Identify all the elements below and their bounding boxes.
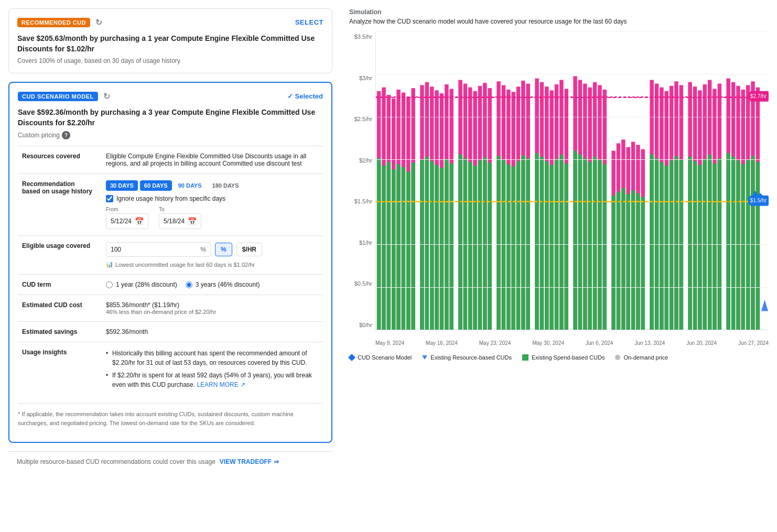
y-axis: $3.5/hr $3/hr $2.5/hr $2/hr $1.5/hr $1/h…: [349, 31, 375, 330]
to-calendar-icon[interactable]: 📅: [188, 217, 197, 225]
annotation-line-mid: $1.5/hr: [376, 201, 769, 202]
svg-rect-105: [660, 162, 663, 330]
svg-rect-41: [483, 157, 487, 330]
coverage-value: 100: [111, 246, 121, 253]
y-label-3: $3/hr: [349, 75, 375, 81]
legend-triangle-icon: [422, 355, 427, 360]
unit-pct-button[interactable]: %: [215, 243, 232, 256]
cud-term-controls: 1 year (28% discount) 3 years (46% disco…: [102, 275, 323, 295]
svg-rect-91: [621, 188, 625, 330]
footnote: * If applicable, the recommendation take…: [18, 403, 323, 433]
svg-rect-79: [588, 162, 591, 330]
day-btn-30[interactable]: 30 DAYS: [106, 180, 138, 191]
term-1yr-radio[interactable]: [106, 281, 113, 288]
insight-1: Historically this billing account has sp…: [106, 349, 319, 367]
ignore-checkbox[interactable]: [106, 195, 113, 202]
term-1yr-label: 1 year (28% discount): [116, 281, 177, 288]
to-date-input[interactable]: 5/18/24 📅: [159, 213, 201, 229]
svg-rect-9: [396, 164, 400, 330]
term-3yr-radio[interactable]: [186, 281, 192, 288]
svg-rect-97: [636, 193, 640, 330]
y-label-2: $2/hr: [349, 157, 375, 164]
recommended-title: Save $205.63/month by purchasing a 1 yea…: [17, 34, 323, 54]
term-1yr-option[interactable]: 1 year (28% discount): [106, 281, 177, 288]
svg-rect-43: [488, 162, 491, 330]
checkmark-icon: ✓: [287, 92, 293, 100]
annotation-line-top: $2.7/hr: [376, 97, 769, 98]
tradeoff-icon: ⇒: [274, 458, 279, 465]
svg-rect-61: [540, 157, 544, 330]
svg-rect-19: [425, 157, 429, 330]
day-btn-90[interactable]: 90 DAYS: [174, 180, 206, 191]
day-btn-180[interactable]: 180 DAYS: [208, 180, 243, 191]
svg-rect-135: [741, 164, 745, 330]
legend-ondemand: On-demand price: [615, 354, 668, 361]
svg-rect-93: [626, 194, 630, 330]
coverage-input[interactable]: 100 %: [106, 242, 211, 257]
x-label-5: Jun 6, 2024: [586, 340, 613, 346]
svg-rect-73: [573, 151, 577, 330]
from-calendar-icon[interactable]: 📅: [135, 217, 144, 225]
legend-cud-scenario: CUD Scenario Model: [349, 354, 412, 361]
lowest-usage-text: 📊 Lowest uncommitted usage for last 60 d…: [106, 261, 319, 268]
chart-inner: $2.7/hr $1.5/hr: [375, 31, 769, 330]
legend-spend-cud-label: Existing Spend-based CUDs: [532, 354, 605, 361]
svg-rect-95: [631, 190, 635, 330]
y-label-0: $0/hr: [349, 322, 375, 328]
help-icon[interactable]: ?: [62, 131, 70, 139]
svg-rect-63: [545, 161, 548, 330]
eligible-usage-controls: 100 % % $/HR 📊 Lowest uncommitted usage …: [102, 236, 323, 275]
learn-more-link[interactable]: LEARN MORE ↗: [197, 381, 245, 388]
svg-rect-37: [473, 166, 477, 330]
grid-line-6: [376, 287, 769, 288]
date-fields: From 5/12/24 📅 To 5/18/24 📅: [106, 207, 319, 229]
svg-rect-81: [593, 157, 597, 330]
svg-rect-109: [670, 160, 673, 330]
legend-dot-icon: [615, 355, 620, 360]
svg-rect-131: [731, 157, 735, 330]
svg-marker-149: [761, 300, 768, 311]
recommended-cud-badge: RECOMMENDED CUD: [17, 18, 90, 27]
grid-line-3: [376, 159, 769, 160]
right-panel: Simulation Analyze how the CUD scenario …: [341, 0, 777, 532]
bar-chart-icon: 📊: [106, 261, 113, 268]
details-table: Resources covered Eligible Compute Engin…: [18, 146, 323, 399]
svg-rect-15: [411, 162, 415, 330]
x-label-8: Jun 27, 2024: [738, 340, 769, 346]
svg-rect-129: [726, 153, 730, 330]
recommended-cud-card: RECOMMENDED CUD ↻ SELECT Save $205.63/mo…: [8, 8, 332, 73]
from-date-input[interactable]: 5/12/24 📅: [106, 213, 148, 229]
recommended-link-icon[interactable]: ↻: [95, 17, 102, 27]
x-label-3: May 23, 2024: [479, 340, 511, 346]
select-button[interactable]: SELECT: [295, 18, 323, 26]
day-btn-60[interactable]: 60 DAYS: [140, 180, 172, 191]
bottom-bar: Multiple resource-based CUD recommendati…: [8, 451, 332, 472]
recommendation-controls: 30 DAYS 60 DAYS 90 DAYS 180 DAYS Ignore …: [102, 174, 323, 236]
usage-insights-content: Historically this billing account has sp…: [102, 342, 323, 399]
scenario-link-icon[interactable]: ↻: [103, 91, 110, 101]
svg-rect-55: [521, 155, 525, 330]
svg-rect-13: [406, 171, 410, 330]
grid-line-1: [376, 74, 769, 74]
unit-hr-button[interactable]: $/HR: [236, 243, 262, 256]
grid-line-5: [376, 244, 769, 245]
recommended-subtitle: Covers 100% of usage, based on 30 days o…: [17, 57, 323, 64]
simulation-description: Analyze how the CUD scenario model would…: [349, 18, 769, 25]
annotation-label-top: $2.7/hr: [748, 93, 769, 100]
legend-ondemand-label: On-demand price: [623, 354, 668, 361]
scenario-badge: CUD SCENARIO MODEL: [18, 92, 98, 101]
from-label: From: [106, 207, 148, 212]
view-tradeoff-link[interactable]: VIEW TRADEOFF ⇒: [220, 458, 279, 465]
day-buttons-group: 30 DAYS 60 DAYS 90 DAYS 180 DAYS: [106, 180, 319, 191]
to-date-group: To 5/18/24 📅: [159, 207, 201, 229]
term-3yr-option[interactable]: 3 years (46% discount): [186, 281, 260, 288]
grid-line-2: [376, 117, 769, 117]
resources-covered-value: Eligible Compute Engine Flexible Committ…: [102, 146, 323, 174]
svg-rect-99: [641, 197, 645, 330]
x-label-4: May 30, 2024: [532, 340, 564, 346]
svg-rect-115: [688, 157, 692, 330]
recommendation-row: Recommendation based on usage history 30…: [18, 174, 323, 236]
svg-rect-51: [511, 166, 515, 330]
svg-rect-45: [497, 156, 500, 330]
svg-rect-119: [698, 165, 702, 330]
